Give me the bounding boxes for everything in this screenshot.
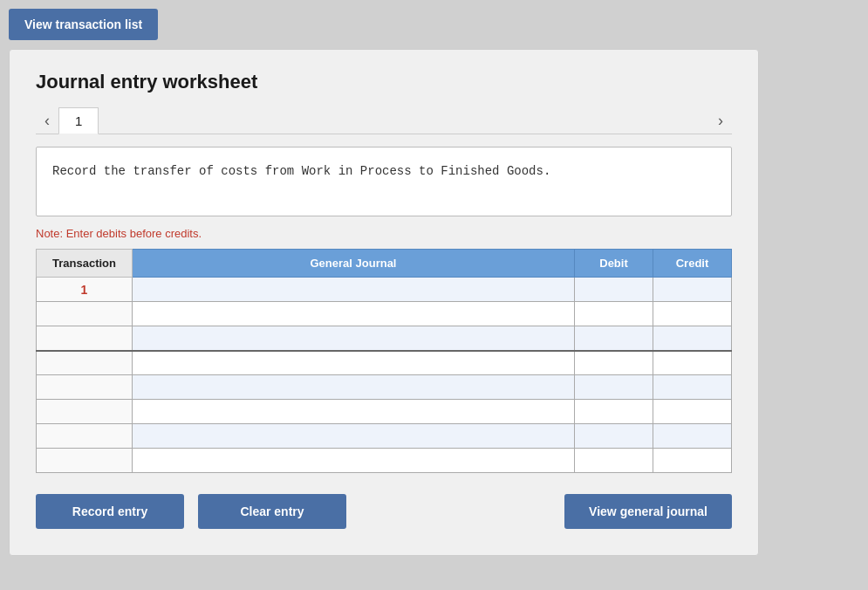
table-row [37, 424, 732, 449]
table-row: 1 [37, 278, 732, 302]
transaction-cell [37, 351, 133, 375]
credit-input[interactable] [653, 400, 731, 423]
tab-nav: ‹ 1 › [36, 107, 732, 134]
debit-input[interactable] [575, 278, 653, 301]
journal-cell[interactable] [133, 400, 575, 424]
table-row [37, 400, 732, 424]
debit-input[interactable] [575, 400, 653, 423]
credit-cell[interactable] [653, 278, 732, 302]
journal-input[interactable] [133, 302, 574, 326]
journal-cell[interactable] [133, 302, 575, 326]
journal-input[interactable] [133, 375, 574, 399]
clear-entry-button[interactable]: Clear entry [198, 494, 346, 529]
debit-input[interactable] [575, 352, 653, 375]
table-row [37, 351, 732, 375]
transaction-cell [37, 449, 133, 473]
record-entry-button[interactable]: Record entry [36, 494, 184, 529]
transaction-cell [37, 326, 133, 351]
description-text: Record the transfer of costs from Work i… [52, 164, 550, 178]
table-row [37, 326, 732, 351]
credit-input[interactable] [653, 302, 731, 326]
credit-cell[interactable] [653, 351, 732, 375]
credit-cell[interactable] [653, 375, 732, 400]
credit-cell[interactable] [653, 449, 732, 473]
transaction-cell: 1 [37, 278, 133, 302]
credit-input[interactable] [653, 352, 731, 375]
col-header-debit: Debit [575, 250, 653, 278]
journal-input[interactable] [133, 326, 574, 350]
journal-cell[interactable] [133, 424, 575, 449]
journal-input[interactable] [133, 449, 574, 472]
note-text: Note: Enter debits before credits. [36, 227, 732, 240]
credit-input[interactable] [653, 449, 731, 472]
debit-input[interactable] [575, 449, 653, 472]
debit-input[interactable] [575, 326, 653, 350]
journal-input[interactable] [133, 278, 574, 301]
credit-input[interactable] [653, 375, 731, 399]
credit-cell[interactable] [653, 424, 732, 449]
card-title: Journal entry worksheet [36, 71, 732, 93]
table-row [37, 375, 732, 400]
debit-cell[interactable] [575, 278, 653, 302]
tab-next-arrow[interactable]: › [709, 108, 732, 134]
transaction-cell [37, 375, 133, 400]
credit-input[interactable] [653, 278, 731, 301]
debit-cell[interactable] [575, 375, 653, 400]
transaction-cell [37, 302, 133, 326]
credit-cell[interactable] [653, 400, 732, 424]
debit-input[interactable] [575, 424, 653, 448]
col-header-transaction: Transaction [37, 250, 133, 278]
debit-cell[interactable] [575, 400, 653, 424]
debit-cell[interactable] [575, 351, 653, 375]
transaction-cell [37, 400, 133, 424]
view-general-journal-button[interactable]: View general journal [564, 494, 732, 529]
col-header-credit: Credit [653, 250, 732, 278]
tab-1[interactable]: 1 [58, 107, 99, 134]
journal-cell[interactable] [133, 351, 575, 375]
credit-input[interactable] [653, 424, 731, 448]
journal-cell[interactable] [133, 326, 575, 351]
top-bar: View transaction list [9, 9, 158, 40]
credit-input[interactable] [653, 326, 731, 350]
journal-cell[interactable] [133, 449, 575, 473]
credit-cell[interactable] [653, 326, 732, 351]
transaction-cell [37, 424, 133, 449]
bottom-buttons: Record entry Clear entry View general jo… [36, 494, 732, 529]
tab-prev-arrow[interactable]: ‹ [36, 108, 58, 134]
table-row [37, 449, 732, 473]
view-transaction-button[interactable]: View transaction list [9, 9, 158, 40]
table-row [37, 302, 732, 326]
journal-input[interactable] [133, 352, 574, 375]
debit-input[interactable] [575, 302, 653, 326]
description-box: Record the transfer of costs from Work i… [36, 147, 732, 216]
journal-cell[interactable] [133, 278, 575, 302]
debit-cell[interactable] [575, 449, 653, 473]
debit-cell[interactable] [575, 326, 653, 351]
journal-input[interactable] [133, 400, 574, 423]
journal-table: Transaction General Journal Debit Credit… [36, 249, 732, 473]
debit-cell[interactable] [575, 302, 653, 326]
journal-cell[interactable] [133, 375, 575, 400]
main-card: Journal entry worksheet ‹ 1 › Record the… [9, 49, 759, 556]
col-header-general-journal: General Journal [133, 250, 575, 278]
credit-cell[interactable] [653, 302, 732, 326]
debit-cell[interactable] [575, 424, 653, 449]
journal-input[interactable] [133, 424, 574, 448]
debit-input[interactable] [575, 375, 653, 399]
